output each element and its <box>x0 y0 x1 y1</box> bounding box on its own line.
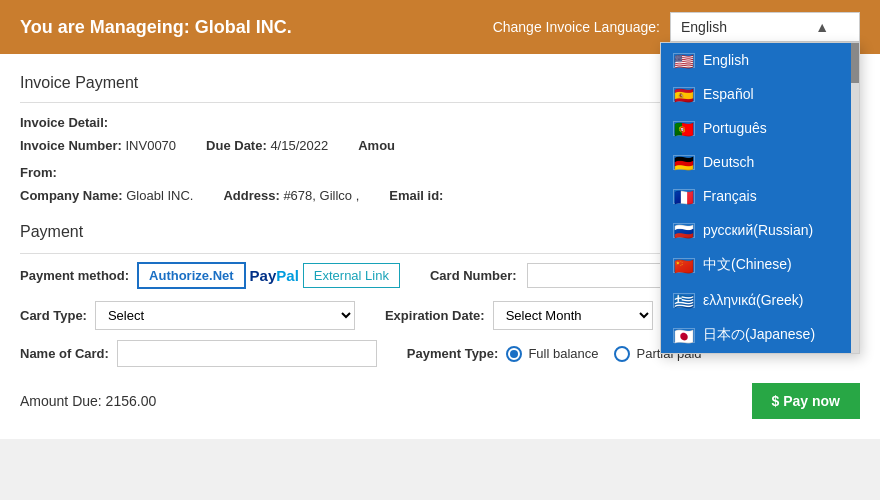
dropdown-scrollbar[interactable] <box>851 43 859 353</box>
chevron-up-icon: ▲ <box>815 19 829 35</box>
lang-option-zh[interactable]: 🇨🇳 中文(Chinese) <box>661 247 851 283</box>
language-dropdown-menu: 🇺🇸 English 🇪🇸 Español 🇵🇹 Português <box>660 42 860 354</box>
flag-en: 🇺🇸 <box>673 53 695 68</box>
card-name-label: Name of Card: <box>20 346 109 361</box>
lang-label-zh: 中文(Chinese) <box>703 256 792 274</box>
lang-label-de: Deutsch <box>703 154 754 170</box>
invoice-number-field: Invoice Number: INV0070 <box>20 138 176 153</box>
lang-option-el[interactable]: 🇬🇷 ελληνικά(Greek) <box>661 283 851 317</box>
lang-label-es: Español <box>703 86 754 102</box>
lang-label-en: English <box>703 52 749 68</box>
selected-language-label: English <box>681 19 727 35</box>
scrollbar-thumb <box>851 43 859 83</box>
full-balance-label: Full balance <box>528 346 598 361</box>
language-list: 🇺🇸 English 🇪🇸 Español 🇵🇹 Português <box>661 43 851 353</box>
flag-el: 🇬🇷 <box>673 293 695 308</box>
header-right: Change Invoice Language: English ▲ 🇺🇸 En… <box>493 12 860 42</box>
lang-label-pt: Português <box>703 120 767 136</box>
card-type-select[interactable]: Select <box>95 301 355 330</box>
amount-due-label: Amount Due: <box>20 393 102 409</box>
lang-option-es[interactable]: 🇪🇸 Español <box>661 77 851 111</box>
amount-field: Amou <box>358 138 395 153</box>
lang-option-de[interactable]: 🇩🇪 Deutsch <box>661 145 851 179</box>
lang-option-ru[interactable]: 🇷🇺 русский(Russian) <box>661 213 851 247</box>
due-date-field: Due Date: 4/15/2022 <box>206 138 328 153</box>
payment-type-group: Payment Type: Full balance Partial paid <box>407 346 702 362</box>
address-field: Address: #678, Gillco , <box>223 188 359 203</box>
lang-label-ru: русский(Russian) <box>703 222 813 238</box>
lang-option-pt[interactable]: 🇵🇹 Português <box>661 111 851 145</box>
external-link-button[interactable]: External Link <box>303 263 400 288</box>
lang-option-ja[interactable]: 🇯🇵 日本の(Japanese) <box>661 317 851 353</box>
lang-label-ja: 日本の(Japanese) <box>703 326 815 344</box>
company-name-field: Company Name: Gloabl INC. <box>20 188 193 203</box>
authnet-button[interactable]: Authorize.Net <box>137 262 246 289</box>
radio-partial-paid-circle[interactable] <box>614 346 630 362</box>
payment-type-label: Payment Type: <box>407 346 499 361</box>
footer-row: Amount Due: 2156.00 $ Pay now <box>20 383 860 419</box>
flag-de: 🇩🇪 <box>673 155 695 170</box>
radio-full-balance[interactable]: Full balance <box>506 346 598 362</box>
card-number-label: Card Number: <box>430 268 517 283</box>
lang-label-el: ελληνικά(Greek) <box>703 292 804 308</box>
radio-full-balance-circle[interactable] <box>506 346 522 362</box>
expiry-label: Expiration Date: <box>385 308 485 323</box>
page-title: You are Manageing: Global INC. <box>20 17 292 38</box>
card-type-group: Card Type: Select <box>20 301 355 330</box>
flag-zh: 🇨🇳 <box>673 258 695 273</box>
card-name-group: Name of Card: <box>20 340 377 367</box>
flag-ru: 🇷🇺 <box>673 223 695 238</box>
lang-label: Change Invoice Language: <box>493 19 660 35</box>
expiry-select[interactable]: Select Month <box>493 301 653 330</box>
card-type-label: Card Type: <box>20 308 87 323</box>
flag-ja: 🇯🇵 <box>673 328 695 343</box>
card-name-input[interactable] <box>117 340 377 367</box>
card-number-input[interactable] <box>527 263 667 288</box>
paypal-button[interactable]: PayPal <box>246 267 303 284</box>
email-field: Email id: <box>389 188 443 203</box>
lang-label-fr: Français <box>703 188 757 204</box>
pay-now-button[interactable]: $ Pay now <box>752 383 860 419</box>
amount-due-value: 2156.00 <box>106 393 157 409</box>
flag-pt: 🇵🇹 <box>673 121 695 136</box>
page-header: You are Manageing: Global INC. Change In… <box>0 0 880 54</box>
lang-option-en[interactable]: 🇺🇸 English <box>661 43 851 77</box>
payment-method-label: Payment method: <box>20 268 129 283</box>
language-dropdown-button[interactable]: English ▲ <box>670 12 860 42</box>
card-number-group: Card Number: <box>430 263 667 288</box>
amount-due: Amount Due: 2156.00 <box>20 393 156 409</box>
flag-es: 🇪🇸 <box>673 87 695 102</box>
lang-option-fr[interactable]: 🇫🇷 Français <box>661 179 851 213</box>
language-selector[interactable]: English ▲ 🇺🇸 English 🇪🇸 Español <box>670 12 860 42</box>
expiry-group: Expiration Date: Select Month <box>385 301 653 330</box>
flag-fr: 🇫🇷 <box>673 189 695 204</box>
